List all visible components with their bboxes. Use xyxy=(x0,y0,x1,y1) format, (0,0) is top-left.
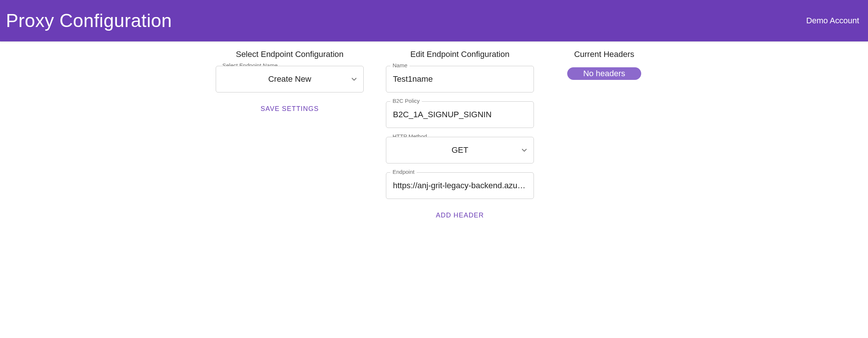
http-method-value: GET xyxy=(451,145,468,155)
add-header-button[interactable]: ADD HEADER xyxy=(431,208,488,223)
main-content: Select Endpoint Configuration Select End… xyxy=(0,41,868,223)
b2c-policy-input[interactable] xyxy=(392,109,528,120)
page-title: Proxy Configuration xyxy=(6,10,172,31)
select-endpoint-field: Select Endpoint Name Create New xyxy=(216,66,364,92)
current-headers-title: Current Headers xyxy=(574,50,635,59)
name-input[interactable] xyxy=(392,74,528,84)
name-field: Name xyxy=(386,66,534,92)
http-method-field: HTTP Method GET xyxy=(386,137,534,163)
select-endpoint-column: Select Endpoint Configuration Select End… xyxy=(216,50,364,223)
http-method-dropdown[interactable]: GET xyxy=(386,137,534,163)
save-settings-button[interactable]: SAVE SETTINGS xyxy=(256,101,323,116)
endpoint-field: Endpoint xyxy=(386,172,534,199)
app-header: Proxy Configuration Demo Account xyxy=(0,0,868,41)
chevron-down-icon xyxy=(351,78,357,81)
account-link[interactable]: Demo Account xyxy=(806,16,859,26)
name-label: Name xyxy=(390,62,410,68)
edit-endpoint-title: Edit Endpoint Configuration xyxy=(410,50,509,59)
edit-endpoint-column: Edit Endpoint Configuration Name B2C Pol… xyxy=(386,50,534,223)
chevron-down-icon xyxy=(522,149,527,152)
b2c-policy-label: B2C Policy xyxy=(390,98,422,104)
select-endpoint-value: Create New xyxy=(268,74,311,84)
no-headers-chip: No headers xyxy=(567,67,641,80)
endpoint-input[interactable] xyxy=(392,180,528,191)
b2c-policy-field: B2C Policy xyxy=(386,101,534,128)
select-endpoint-title: Select Endpoint Configuration xyxy=(236,50,343,59)
current-headers-column: Current Headers No headers xyxy=(556,50,652,223)
endpoint-label: Endpoint xyxy=(390,169,417,175)
select-endpoint-dropdown[interactable]: Create New xyxy=(216,66,364,92)
